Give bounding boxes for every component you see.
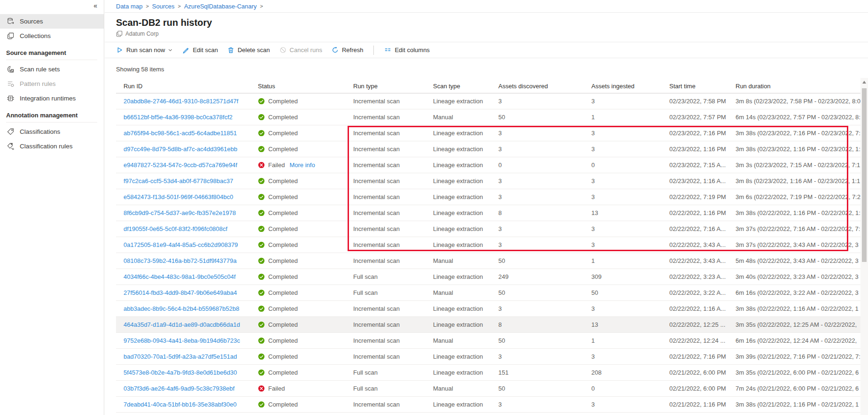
sidebar-item-integration-runtimes[interactable]: Integration runtimes [0,91,104,106]
run-history-table: Run IDStatusRun typeScan typeAssets disc… [116,79,860,415]
run-id-link[interactable]: bad70320-70a1-5d9f-a23a-a27df5e151ad [124,353,237,360]
assets-discovered-cell: 8 [491,321,584,328]
run-id-link[interactable]: df19055f-0e65-5c0f-83f2-f096fc0808cf [124,225,227,232]
sidebar-item-label: Scan rule sets [20,66,60,73]
table-row[interactable]: ab765f94-bc98-56c1-acd5-6c4adbe11851Comp… [116,125,860,141]
sidebar-item-scan-rule-sets[interactable]: Scan rule sets [0,62,104,77]
breadcrumb-item-sources[interactable]: Sources [152,3,175,10]
run-id-link[interactable]: 8f6cb9d9-c754-5d37-ae9c-fb357e2e1978 [124,209,236,216]
run-id-link[interactable]: d97cc49e-8d79-5d8b-af7c-ac4dd3961ebb [124,146,237,153]
scan-type-cell: Lineage extraction [426,369,491,376]
refresh-button[interactable]: Refresh [327,42,368,58]
assets-discovered-cell: 3 [491,193,584,200]
run-id-link[interactable]: 03b7f3d6-ae26-4af6-9ad9-5c38c7938ebf [124,385,234,392]
table-row[interactable]: bad70320-70a1-5d9f-a23a-a27df5e151adComp… [116,349,860,365]
status-cell: Completed [250,369,346,376]
sidebar: « SourcesCollectionsSource managementSca… [0,0,104,415]
delete-scan-button[interactable]: Delete scan [223,42,275,58]
run-id-cell: 0a172505-81e9-4af4-85a5-cc6b2d908379 [116,241,250,248]
play-icon [116,46,123,54]
assets-discovered-cell: 3 [491,353,584,360]
run-id-link[interactable]: f97c2ca6-ccf5-53d4-ab0f-6778c98bac37 [124,177,233,184]
table-row[interactable]: e5842473-f13d-501f-969f-04663f804bc0Comp… [116,189,860,205]
table-row[interactable]: 0a172505-81e9-4af4-85a5-cc6b2d908379Comp… [116,237,860,253]
vertical-scrollbar[interactable] [860,78,868,415]
table-row[interactable]: d97cc49e-8d79-5d8b-af7c-ac4dd3961ebbComp… [116,141,860,157]
sidebar-item-classification-rules[interactable]: Classification rules [0,139,104,154]
column-header-assets-ingested[interactable]: Assets ingested [584,83,662,90]
run-id-link[interactable]: ab765f94-bc98-56c1-acd5-6c4adbe11851 [124,130,237,137]
sidebar-item-sources[interactable]: Sources [0,14,104,29]
run-id-link[interactable]: 464a35d7-d1a9-4d1d-ae89-d0acdb66da1d [124,321,240,328]
table-row[interactable]: 03b7f3d6-ae26-4af6-9ad9-5c38c7938ebfFail… [116,381,860,397]
column-header-scan-type[interactable]: Scan type [426,83,491,90]
run-id-link[interactable]: 08108c73-59b2-416a-bb72-51df9f43779a [124,257,237,264]
run-id-link[interactable]: 27f56014-fbd3-4dd9-8b47-9b06e649aba4 [124,289,237,296]
status-cell: Completed [250,193,346,200]
scan-type-cell: Manual [426,385,491,392]
run-duration-cell: 3m 38s (02/22/2022, 1:16 PM - 02/22/2022… [728,209,860,216]
table-row[interactable]: 8f6cb9d9-c754-5d37-ae9c-fb357e2e1978Comp… [116,205,860,221]
assets-ingested-cell: 1 [584,257,662,264]
table-row[interactable]: df19055f-0e65-5c0f-83f2-f096fc0808cfComp… [116,221,860,237]
scroll-up-icon[interactable] [862,81,866,84]
run-id-link[interactable]: abb3adec-8b9c-56c4-b2b4-b559687b52b8 [124,305,240,312]
scan-type-cell: Lineage extraction [426,146,491,153]
status-text: Completed [268,114,298,121]
completed-icon [258,305,265,312]
start-time-cell: 02/21/2022, 7:16 PM [662,353,728,360]
column-header-run-id[interactable]: Run ID [116,83,250,90]
table-row[interactable]: 9752e68b-0943-4a41-8eba-9b194d6b723cComp… [116,333,860,349]
start-time-cell: 02/21/2022, 6:00 PM [662,385,728,392]
table-row[interactable]: 5f4573e8-0b2e-4a7b-9fd3-8e0d61be6d30Comp… [116,365,860,381]
run-scan-now-button[interactable]: Run scan now [111,42,178,58]
assets-discovered-cell: 3 [491,146,584,153]
assets-discovered-cell: 151 [491,369,584,376]
run-id-link[interactable]: 9752e68b-0943-4a41-8eba-9b194d6b723c [124,337,240,344]
assets-ingested-cell: 309 [584,273,662,280]
assets-discovered-cell: 50 [491,337,584,344]
table-row[interactable]: f97c2ca6-ccf5-53d4-ab0f-6778c98bac37Comp… [116,173,860,189]
pencil-icon [182,46,189,54]
run-id-link[interactable]: 0a172505-81e9-4af4-85a5-cc6b2d908379 [124,241,238,248]
table-row[interactable]: 4034f66c-4be4-483c-98a1-9bc0e505c04fComp… [116,269,860,285]
run-id-link[interactable]: e9487827-5234-547c-9ccb-d57ca769e94f [124,161,237,169]
table-row[interactable]: b66512bf-bf5e-4a36-9398-bc0ca378fcf2Comp… [116,109,860,125]
table-row[interactable]: 20abdb8e-2746-46d1-9310-8c812571d47fComp… [116,93,860,109]
table-row[interactable]: 27f56014-fbd3-4dd9-8b47-9b06e649aba4Comp… [116,285,860,301]
column-header-status[interactable]: Status [250,83,346,90]
column-header-run-duration[interactable]: Run duration [728,83,860,90]
run-id-link[interactable]: 4034f66c-4be4-483c-98a1-9bc0e505c04f [124,273,236,280]
status-text: Completed [268,337,298,344]
column-header-run-type[interactable]: Run type [346,83,426,90]
run-id-link[interactable]: e5842473-f13d-501f-969f-04663f804bc0 [124,193,233,200]
sidebar-item-collections[interactable]: Collections [0,29,104,43]
sidebar-item-classifications[interactable]: Classifications [0,124,104,139]
assets-discovered-cell: 8 [491,209,584,216]
table-row[interactable]: 08108c73-59b2-416a-bb72-51df9f43779aComp… [116,253,860,269]
breadcrumb-item-data-map[interactable]: Data map [116,3,142,10]
table-row[interactable]: e9487827-5234-547c-9ccb-d57ca769e94fFail… [116,157,860,173]
run-duration-cell: 3m 37s (02/22/2022, 3:43 AM - 02/22/2022… [728,241,860,248]
status-text: Failed [268,161,285,169]
table-row[interactable]: 1f4d99c7-0a79-5e83-a685-134ba8cc6744Comp… [116,413,860,415]
run-type-cell: Incremental scan [346,130,426,137]
run-id-link[interactable]: b66512bf-bf5e-4a36-9398-bc0ca378fcf2 [124,114,232,121]
table-row[interactable]: abb3adec-8b9c-56c4-b2b4-b559687b52b8Comp… [116,301,860,317]
run-id-link[interactable]: 7deabd41-40ca-51bf-bb16-35e38abf30e0 [124,401,237,408]
edit-scan-button[interactable]: Edit scan [178,42,222,58]
table-row[interactable]: 7deabd41-40ca-51bf-bb16-35e38abf30e0Comp… [116,397,860,413]
status-text: Completed [268,401,298,408]
run-id-link[interactable]: 5f4573e8-0b2e-4a7b-9fd3-8e0d61be6d30 [124,369,237,376]
assets-discovered-cell: 3 [491,98,584,105]
edit-columns-button[interactable]: Edit columns [380,42,434,58]
more-info-link[interactable]: More info [289,161,315,169]
sidebar-collapse-button[interactable]: « [0,0,104,12]
run-id-link[interactable]: 20abdb8e-2746-46d1-9310-8c812571d47f [124,98,238,105]
scrollbar-thumb[interactable] [862,88,867,262]
table-row[interactable]: 464a35d7-d1a9-4d1d-ae89-d0acdb66da1dComp… [116,317,860,333]
column-header-assets-discovered[interactable]: Assets discovered [491,83,584,90]
column-header-start-time[interactable]: Start time [662,83,728,90]
breadcrumb-item-azuresqldatabase-canary[interactable]: AzureSqlDatabase-Canary [184,3,257,10]
status-cell: Completed [250,241,346,248]
